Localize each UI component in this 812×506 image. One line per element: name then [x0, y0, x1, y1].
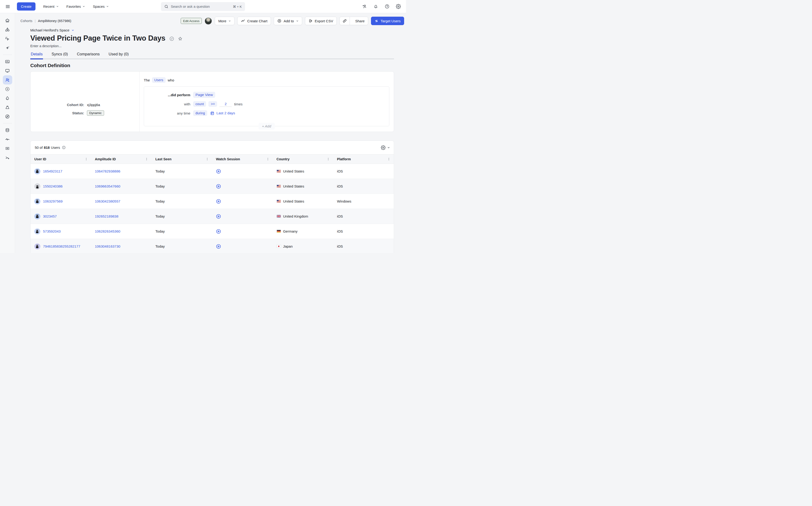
hamburger-menu-icon[interactable]: [5, 4, 11, 9]
aggregation-selector[interactable]: count: [193, 101, 206, 107]
column-menu-icon[interactable]: [206, 158, 209, 161]
sidebar-divider: [3, 123, 12, 123]
breadcrumb-cohorts-link[interactable]: Cohorts: [20, 19, 32, 23]
menu-favorites[interactable]: Favorites: [66, 4, 85, 8]
user-id-link[interactable]: 573592043: [43, 229, 61, 233]
funnel-icon[interactable]: [3, 103, 12, 112]
column-menu-icon[interactable]: [84, 158, 88, 161]
event-selector[interactable]: Page View: [193, 92, 215, 98]
menu-spaces[interactable]: Spaces: [93, 4, 109, 8]
platform-cell: iOS: [333, 169, 394, 173]
amplitude-id-link[interactable]: 1063048163730: [95, 244, 120, 248]
watch-session-play-button[interactable]: [216, 184, 221, 189]
tab-used-by[interactable]: Used by (0): [108, 52, 129, 59]
tab-syncs[interactable]: Syncs (0): [51, 52, 68, 59]
country-cell: United States: [283, 199, 304, 203]
during-selector[interactable]: during: [193, 110, 207, 116]
left-sidebar: [0, 13, 15, 253]
home-icon[interactable]: [3, 16, 12, 25]
last-seen-cell: Today: [151, 214, 212, 218]
settings-gear-icon[interactable]: [396, 4, 401, 9]
column-header-last-seen: Last Seen: [155, 157, 172, 161]
user-id-link[interactable]: 1550240386: [43, 184, 63, 188]
amplitude-id-link[interactable]: 192652189838: [95, 214, 119, 218]
amplitude-id-link[interactable]: 1063042380557: [95, 199, 120, 203]
column-menu-icon[interactable]: [145, 158, 148, 161]
user-avatar: [34, 168, 41, 174]
column-menu-icon[interactable]: [327, 158, 330, 161]
pulse-icon[interactable]: [3, 135, 12, 144]
add-clause-button[interactable]: + Add: [259, 123, 275, 130]
compass-icon[interactable]: [3, 112, 12, 121]
definition-builder: The Users who ...did perform Page View w…: [140, 72, 394, 132]
user-id-link[interactable]: 1063297569: [43, 199, 63, 203]
subject-selector[interactable]: Users: [152, 77, 165, 83]
flag-germany-icon: [277, 230, 281, 233]
watch-session-play-button[interactable]: [216, 229, 221, 234]
date-range-selector[interactable]: Last 2 days: [210, 111, 235, 115]
users-icon[interactable]: [3, 75, 12, 84]
breadcrumb-project-link[interactable]: AmpliMoney (657986): [38, 19, 71, 23]
info-icon[interactable]: [62, 146, 66, 150]
create-chart-button[interactable]: Create Chart: [237, 17, 271, 25]
column-menu-icon[interactable]: [266, 158, 269, 161]
edit-access-badge[interactable]: Edit Access: [181, 18, 202, 24]
add-user-icon[interactable]: [362, 4, 367, 9]
amplitude-id-link[interactable]: 1064782938886: [95, 169, 120, 173]
monitor-icon[interactable]: [3, 66, 12, 75]
user-id-link[interactable]: 7946185838255282177: [43, 244, 80, 248]
count-value-input[interactable]: 2: [219, 101, 232, 107]
owner-avatar[interactable]: [205, 17, 212, 25]
help-icon[interactable]: [385, 4, 390, 9]
cohort-definition-panel: Cohort ID: xj3ppj6a Status: Dynamic The …: [30, 71, 394, 132]
watch-session-play-button[interactable]: [216, 169, 221, 174]
tab-comparisons[interactable]: Comparisons: [76, 52, 100, 59]
column-menu-icon[interactable]: [387, 158, 391, 161]
export-csv-button[interactable]: Export CSV: [305, 17, 337, 25]
user-id-link[interactable]: 3023457: [43, 214, 57, 218]
database-icon[interactable]: [3, 125, 12, 135]
watch-session-play-button[interactable]: [216, 199, 221, 204]
create-button[interactable]: Create: [17, 2, 36, 11]
cursor-click-icon[interactable]: [3, 34, 12, 44]
sidebar-divider: [3, 55, 12, 55]
space-selector[interactable]: Michael Heriford's Space: [30, 28, 74, 32]
chevron-down-icon: [228, 20, 231, 22]
add-to-button[interactable]: Add to: [274, 17, 302, 25]
amplitude-id-link[interactable]: 1069663547660: [95, 184, 120, 188]
play-circle-icon[interactable]: [3, 84, 12, 94]
swap-arrows-icon[interactable]: [3, 153, 12, 162]
target-users-button[interactable]: Target Users: [371, 17, 404, 25]
last-seen-cell: Today: [151, 169, 212, 173]
user-avatar: [34, 198, 41, 204]
table-row: 3023457 192652189838 Today United Kingdo…: [30, 209, 394, 224]
description-input[interactable]: Enter a description...: [30, 44, 394, 48]
star-favorite-icon[interactable]: [178, 36, 183, 41]
user-avatar: [34, 183, 41, 189]
frame-icon[interactable]: [3, 144, 12, 153]
notifications-bell-icon[interactable]: [374, 4, 378, 9]
page-title[interactable]: Viewed Pricing Page Twice in Two Days: [30, 34, 165, 43]
shapes-icon[interactable]: [3, 25, 12, 34]
with-label: with: [144, 102, 190, 106]
more-button[interactable]: More: [215, 17, 234, 25]
operator-selector[interactable]: >=: [208, 101, 217, 107]
copy-link-icon[interactable]: [340, 17, 350, 25]
flame-icon[interactable]: [3, 94, 12, 103]
amplitude-id-link[interactable]: 1062826345360: [95, 229, 120, 233]
column-header-platform: Platform: [337, 157, 351, 161]
watch-session-play-button[interactable]: [216, 214, 221, 219]
table-settings-button[interactable]: [381, 145, 390, 150]
search-input[interactable]: Search or ask a question ⌘ + K: [161, 2, 245, 11]
did-perform-label: ...did perform: [144, 93, 190, 97]
tab-details[interactable]: Details: [30, 52, 43, 59]
sparkles-icon[interactable]: [3, 44, 12, 53]
plus-circle-icon: [277, 19, 281, 23]
verified-badge-icon[interactable]: [169, 36, 174, 41]
menu-recent[interactable]: Recent: [43, 4, 59, 8]
bar-chart-board-icon[interactable]: [3, 57, 12, 66]
builder-who-text: who: [168, 78, 174, 82]
watch-session-play-button[interactable]: [216, 244, 221, 249]
user-id-link[interactable]: 1654923117: [43, 169, 62, 173]
share-button[interactable]: Share: [340, 17, 368, 25]
